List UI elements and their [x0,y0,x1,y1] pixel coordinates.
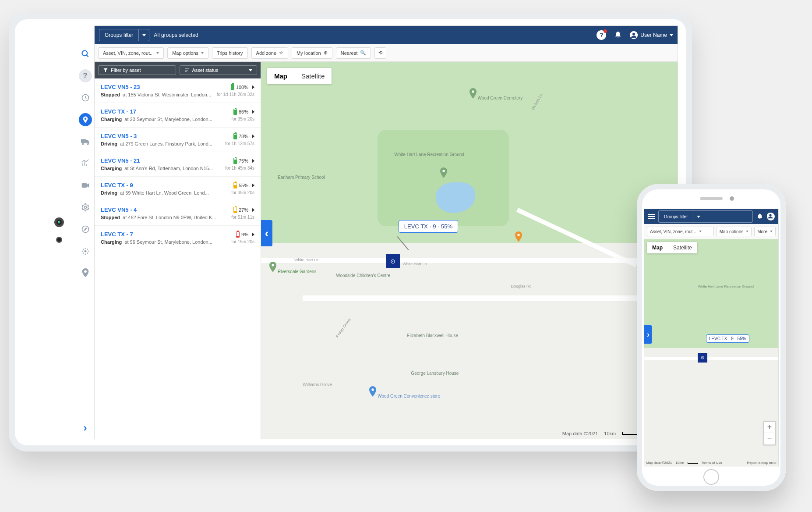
asset-name: LEVC VN5 - 23 [101,84,140,90]
asset-name: LEVC TX - 17 [101,108,136,115]
svg-rect-9 [81,183,87,188]
map-pin-icon[interactable] [515,231,522,242]
phone-terms-link[interactable]: Terms of Use [702,461,722,465]
phone-map-label-park: White Hart Lane Recreation Ground [698,284,754,288]
filter-by-asset-button[interactable]: Filter by asset [98,65,176,75]
caret-down-icon [201,52,204,54]
nearest-button[interactable]: Nearest🔍 [336,47,371,59]
bar-chart-icon[interactable] [79,157,92,170]
asset-duration: for 35m 20s [231,117,254,122]
battery-icon [231,84,234,90]
asset-list-item[interactable]: LEVC VN5 - 378%Driving at 279 Green Lane… [95,128,261,152]
my-location-button[interactable]: My location⊕ [292,47,332,59]
gear-icon[interactable] [79,201,92,214]
add-zone-label: Add zone [256,50,276,56]
map-road [261,258,678,263]
asset-status-line: Driving at 279 Green Lanes, Finsbury Par… [101,141,222,146]
refresh-button[interactable]: ⟲ [374,47,386,59]
asset-status-dropdown[interactable]: Asset status [180,65,258,75]
asset-name: LEVC TX - 7 [101,231,133,238]
asset-list-item[interactable]: LEVC VN5 - 23100%Stopped at 155 Victoria… [95,78,261,103]
phone-report-error-link[interactable]: Report a map error [747,461,777,465]
phone-map-view-button[interactable]: Map [647,242,668,253]
sidebar-filter-bar: Filter by asset Asset status [95,62,261,78]
battery-percent: 27% [239,207,248,213]
phone-satellite-view-button[interactable]: Satellite [668,242,697,253]
battery-percent: 86% [239,109,248,114]
caret-down-icon [746,231,748,232]
phone-groups-filter-dropdown[interactable]: Groups filter [658,210,753,223]
location-pin-icon[interactable] [79,267,92,280]
phone-user-icon[interactable] [767,213,775,220]
phone-map-options-dropdown[interactable]: Map options [717,227,752,236]
collapse-sidebar-tab[interactable]: ‹ [261,220,272,246]
map-pin-icon[interactable] [440,167,447,178]
asset-status-line: Charging at 20 Seymour St, Marylebone, L… [101,117,228,122]
svg-point-34 [769,214,771,216]
asset-search-dropdown[interactable]: Asset, VIN, zone, rout... [98,47,164,59]
map-viewport[interactable]: White Hart Lane Recreation Ground Wood G… [261,62,678,439]
map-label-gardens: Riversdale Gardens [278,269,316,274]
caret-down-icon [670,34,673,36]
asset-name: LEVC VN5 - 4 [101,206,137,213]
search-icon[interactable] [79,47,92,60]
phone-map-viewport[interactable]: White Hart Lane Recreation Ground Map Sa… [644,239,778,466]
map-pin-icon[interactable] [470,88,477,99]
add-zone-button[interactable]: Add zone☆ [251,47,288,59]
expand-rail-icon[interactable]: › [84,422,87,434]
asset-list-item[interactable]: LEVC VN5 - 427%Stopped at 462 Fore St, L… [95,201,261,226]
map-label-whitehart: White Hart Ln [402,262,427,266]
phone-asset-search-dropdown[interactable]: Asset, VIN, zone, rout... [647,227,714,236]
asset-list-item[interactable]: LEVC VN5 - 2175%Charging at St Ann's Rd,… [95,152,261,177]
phone-home-button [703,469,719,485]
camera-icon[interactable] [79,179,92,192]
map-label-douglas: Douglas Rd [511,284,532,288]
hamburger-menu-icon[interactable] [648,214,655,219]
svg-point-11 [84,206,86,209]
truck-icon[interactable] [79,135,92,148]
asset-search-label: Asset, VIN, zone, rout... [103,50,154,56]
map-view-button[interactable]: Map [267,68,294,84]
satellite-view-button[interactable]: Satellite [294,68,332,84]
asset-list-item[interactable]: LEVC TX - 1786%Charging at 20 Seymour St… [95,103,261,128]
svg-point-20 [87,252,88,254]
map-label-grove: Williams Grove [303,382,332,387]
phone-more-dropdown[interactable]: More [754,227,776,236]
phone-expand-sidebar-tab[interactable]: › [644,325,652,344]
asset-list[interactable]: LEVC VN5 - 23100%Stopped at 155 Victoria… [95,78,261,439]
user-menu[interactable]: User Name [630,31,673,39]
svg-point-5 [87,143,88,145]
svg-point-18 [88,251,89,252]
map-options-dropdown[interactable]: Map options [167,47,208,59]
asset-list-item[interactable]: LEVC TX - 955%Driving at 59 White Hart L… [95,177,261,201]
asset-status-line: Stopped at 155 Victoria St, Westminster,… [101,92,213,97]
svg-point-32 [372,388,374,391]
zoom-out-button[interactable]: − [764,433,775,444]
groups-filter-dropdown[interactable]: Groups filter [99,29,149,41]
compass-icon[interactable] [79,223,92,236]
battery-level: 27% [233,207,248,213]
vehicle-marker[interactable]: ⊙ [386,254,400,268]
bell-icon[interactable] [614,30,622,40]
phone-vehicle-marker[interactable]: ⊙ [698,353,707,363]
settings-icon[interactable] [79,245,92,258]
left-nav-rail: ? › [77,25,94,439]
phone-bell-icon[interactable] [756,213,763,221]
svg-point-30 [272,264,274,266]
map-pin-icon[interactable] [269,262,276,272]
battery-level: 9% [236,231,248,238]
crosshair-icon: ⊕ [324,50,328,56]
phone-vehicle-marker-tooltip[interactable]: LEVC TX - 9 - 55% [706,334,749,343]
map-location-icon[interactable] [79,113,92,126]
vehicle-marker-tooltip[interactable]: LEVC TX - 9 - 55% [399,220,458,233]
map-pin-icon[interactable] [369,386,376,397]
trips-history-button[interactable]: Trips history [212,47,248,59]
help-button[interactable]: ? [597,30,606,40]
phone-speaker [700,197,723,200]
zoom-in-button[interactable]: + [764,422,775,433]
battery-percent: 78% [239,134,248,139]
asset-list-item[interactable]: LEVC TX - 79%Charging at 96 Seymour St, … [95,226,261,250]
help-icon[interactable]: ? [79,69,92,82]
clock-icon[interactable] [79,91,92,104]
tablet-home-button [56,237,62,243]
